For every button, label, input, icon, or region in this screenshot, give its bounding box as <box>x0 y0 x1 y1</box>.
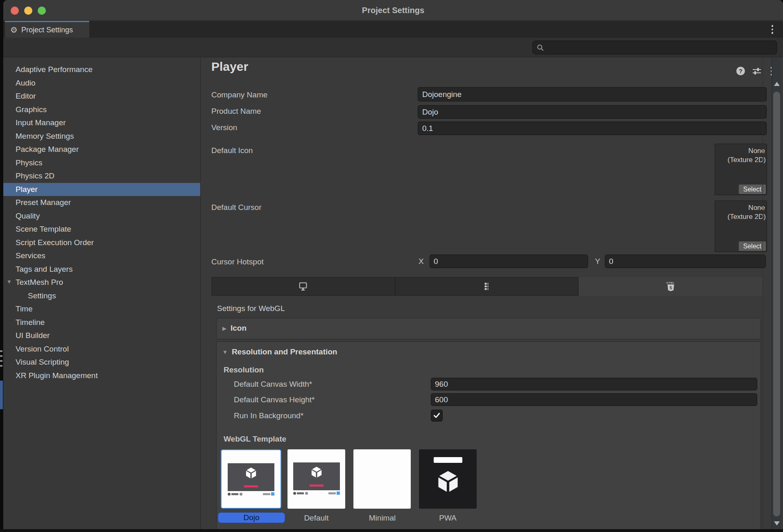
default-icon-texture-well[interactable]: None (Texture 2D) Select <box>715 144 767 195</box>
sidebar-item-physics-2d[interactable]: Physics 2D <box>3 169 200 183</box>
server-icon <box>482 282 492 291</box>
cursor-hotspot-x-field[interactable]: 0 <box>430 255 588 268</box>
sidebar-item-graphics[interactable]: Graphics <box>3 103 200 117</box>
sidebar-item-tags-and-layers[interactable]: Tags and Layers <box>3 263 200 276</box>
template-label-dojo-selected[interactable]: Dojo <box>218 512 285 523</box>
sidebar-item-visual-scripting[interactable]: Visual Scripting <box>3 356 200 369</box>
default-canvas-width-label: Default Canvas Width* <box>234 380 312 389</box>
webgl-template-option-dojo[interactable] <box>221 449 281 509</box>
template-label-default[interactable]: Default <box>287 514 345 523</box>
foldout-collapsed-icon[interactable]: ▶ <box>222 325 226 331</box>
sidebar-item-adaptive-performance[interactable]: Adaptive Performance <box>3 63 200 77</box>
tab-platform-webgl[interactable]: HTML 5 <box>579 277 763 296</box>
sidebar-item-input-manager[interactable]: Input Manager <box>3 116 200 130</box>
window-bottom-edge <box>0 529 783 532</box>
template-thumbnail <box>293 462 340 490</box>
foldout-open-icon[interactable]: ▼ <box>222 349 228 355</box>
resolution-presentation-label: Resolution and Presentation <box>232 347 337 356</box>
toolbar <box>3 38 783 57</box>
sidebar-item-preset-manager[interactable]: Preset Manager <box>3 196 200 210</box>
default-icon-select-button[interactable]: Select <box>739 185 766 194</box>
screen: Project Settings ⚙ Project Settings Adap… <box>0 0 783 532</box>
gear-icon: ⚙ <box>10 26 18 34</box>
scroll-up-icon[interactable] <box>774 82 780 86</box>
sidebar-item-ui-builder[interactable]: UI Builder <box>3 329 200 343</box>
default-cursor-select-button[interactable]: Select <box>739 241 766 251</box>
window-title: Project Settings <box>3 0 783 20</box>
search-field[interactable] <box>532 41 777 54</box>
sidebar-item-textmesh-pro-settings[interactable]: Settings <box>3 289 200 303</box>
template-label-pwa[interactable]: PWA <box>419 514 477 523</box>
sidebar-item-memory-settings[interactable]: Memory Settings <box>3 130 200 143</box>
foldout-open-icon[interactable]: ▼ <box>7 279 12 285</box>
sidebar-item-editor[interactable]: Editor <box>3 90 200 103</box>
default-canvas-width-field[interactable]: 960 <box>431 378 757 390</box>
sidebar-item-xr-plugin-management[interactable]: XR Plugin Management <box>3 369 200 383</box>
sidebar-item-physics[interactable]: Physics <box>3 156 200 170</box>
desktop-monitor-icon <box>298 282 308 292</box>
player-settings-panel: Player ? Company Name Dojoengine Product… <box>201 57 783 532</box>
project-settings-window: Project Settings ⚙ Project Settings Adap… <box>3 0 783 532</box>
settings-category-sidebar: Adaptive Performance Audio Editor Graphi… <box>3 57 201 532</box>
resolution-subheader: Resolution <box>224 365 264 374</box>
product-name-label: Product Name <box>211 107 261 116</box>
help-icon[interactable]: ? <box>736 67 745 75</box>
product-name-field[interactable]: Dojo <box>418 105 767 119</box>
default-cursor-texture-well[interactable]: None (Texture 2D) Select <box>715 201 767 252</box>
resolution-presentation-header[interactable]: ▼ Resolution and Presentation <box>222 347 337 356</box>
tab-strip-more-icon[interactable] <box>772 25 774 34</box>
tab-project-settings[interactable]: ⚙ Project Settings <box>5 21 89 38</box>
cursor-hotspot-y-label: Y <box>595 257 600 266</box>
pwa-address-bar <box>434 457 462 463</box>
template-label-minimal[interactable]: Minimal <box>353 514 411 523</box>
checkmark-icon <box>432 411 441 420</box>
thumbnail-footer-logos <box>293 491 340 495</box>
run-in-background-label: Run In Background* <box>234 411 303 420</box>
default-canvas-height-label: Default Canvas Height* <box>234 395 315 404</box>
sidebar-item-script-execution-order[interactable]: Script Execution Order <box>3 236 200 250</box>
editor-tab-strip: ⚙ Project Settings <box>3 21 783 38</box>
icon-section[interactable]: ▶ Icon <box>216 318 761 339</box>
sidebar-item-audio[interactable]: Audio <box>3 77 200 90</box>
webgl-template-option-default[interactable] <box>287 449 345 509</box>
sidebar-item-textmesh-pro[interactable]: ▼ TextMesh Pro <box>3 276 200 289</box>
run-in-background-checkbox[interactable] <box>431 410 443 422</box>
webgl-template-option-pwa[interactable] <box>419 449 477 509</box>
platform-tab-bar: HTML 5 <box>211 277 763 296</box>
company-name-label: Company Name <box>211 90 267 99</box>
resolution-presentation-section: ▼ Resolution and Presentation Resolution… <box>216 341 761 532</box>
default-icon-label: Default Icon <box>211 146 253 155</box>
sidebar-item-version-control[interactable]: Version Control <box>3 343 200 356</box>
template-thumbnail <box>228 463 274 491</box>
html5-icon: HTML 5 <box>666 282 675 292</box>
default-cursor-label: Default Cursor <box>211 203 262 212</box>
version-label: Version <box>211 123 237 132</box>
sidebar-item-timeline[interactable]: Timeline <box>3 316 200 329</box>
default-canvas-height-field[interactable]: 600 <box>431 393 757 406</box>
tab-platform-desktop[interactable] <box>211 277 395 296</box>
sidebar-item-services[interactable]: Services <box>3 249 200 263</box>
tab-platform-dedicated-server[interactable] <box>395 277 579 296</box>
page-title: Player <box>211 60 248 74</box>
vertical-scrollbar[interactable] <box>772 57 781 532</box>
sidebar-item-scene-template[interactable]: Scene Template <box>3 223 200 236</box>
scrollbar-thumb[interactable] <box>773 92 780 516</box>
cursor-hotspot-y-field[interactable]: 0 <box>605 255 766 268</box>
settings-for-platform-header: Settings for WebGL <box>217 304 285 313</box>
sidebar-item-player[interactable]: Player <box>3 183 200 196</box>
search-icon <box>537 44 544 51</box>
sidebar-item-quality[interactable]: Quality <box>3 210 200 223</box>
thumbnail-footer-logos <box>228 492 274 496</box>
sidebar-item-package-manager[interactable]: Package Manager <box>3 143 200 156</box>
unity-logo-icon <box>435 469 461 494</box>
sidebar-item-time[interactable]: Time <box>3 302 200 316</box>
cursor-hotspot-label: Cursor Hotspot <box>211 257 264 266</box>
version-field[interactable]: 0.1 <box>418 122 767 135</box>
cursor-hotspot-x-label: X <box>419 257 424 266</box>
scroll-down-icon[interactable] <box>774 521 780 525</box>
presets-icon[interactable] <box>752 67 762 75</box>
background-window-edge <box>0 0 3 532</box>
search-input[interactable] <box>547 43 773 52</box>
webgl-template-option-minimal[interactable] <box>353 449 411 509</box>
company-name-field[interactable]: Dojoengine <box>418 87 767 101</box>
